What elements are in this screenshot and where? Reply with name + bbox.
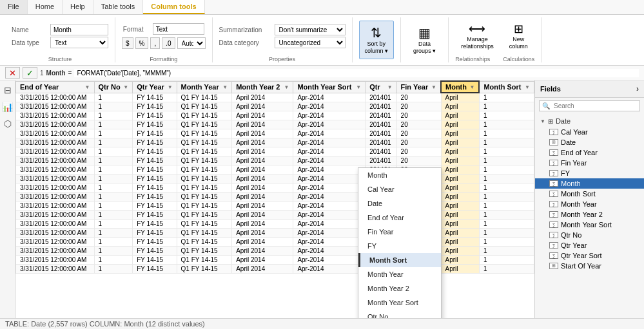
field-label: Qtr Year [561, 241, 587, 249]
dropdown-item-month-year[interactable]: Month Year [358, 267, 441, 281]
col-header-month-year[interactable]: Month Year▼ [177, 81, 232, 93]
sort-by-column-btn[interactable]: ⇅ Sort bycolumn ▾ [359, 21, 395, 59]
dropdown-item-month-year-2[interactable]: Month Year 2 [358, 281, 441, 296]
field-item-qtr-year-sort[interactable]: ∑Qtr Year Sort [535, 250, 644, 261]
col-header-qtr-no[interactable]: Qtr No▼ [94, 81, 133, 93]
table-row: 3/31/2015 12:00:00 AM1FY 14-15Q1 FY 14-1… [16, 129, 534, 138]
tab-home[interactable]: Home [28, 0, 63, 14]
percent-btn[interactable]: % [135, 37, 149, 49]
field-type-icon: ∑ [549, 232, 558, 238]
col-header-month-sort[interactable]: Month Sort▼ [479, 81, 534, 93]
dropdown-item-end-of-year[interactable]: End of Year [358, 211, 441, 225]
table-row: 3/31/2015 12:00:00 AM1FY 14-15Q1 FY 14-1… [16, 120, 534, 129]
new-column-icon: ⊞ [514, 22, 523, 36]
table-row: 3/31/2015 12:00:00 AM1FY 14-15Q1 FY 14-1… [16, 229, 534, 238]
data-groups-btn[interactable]: ▦ Datagroups ▾ [407, 21, 442, 59]
table-row: 3/31/2015 12:00:00 AM1FY 14-15Q1 FY 14-1… [16, 93, 534, 102]
col-header-month[interactable]: Month▼ [441, 81, 479, 93]
field-item-fy[interactable]: ∑FY [535, 168, 644, 178]
col-header-qtr-year[interactable]: Qtr Year▼ [133, 81, 177, 93]
field-item-month-year[interactable]: ∑Month Year [535, 199, 644, 209]
field-item-month-year-sort[interactable]: ∑Month Year Sort [535, 220, 644, 230]
col-header-fin-year[interactable]: Fin Year▼ [396, 81, 441, 93]
dropdown-item-qtr-no[interactable]: Qtr No [358, 310, 441, 318]
table-view-icon[interactable]: ⊟ [2, 83, 14, 97]
new-column-btn[interactable]: ⊞ Newcolumn [503, 19, 534, 53]
formula-equals: = [68, 70, 72, 77]
field-item-month[interactable]: ∑Month [535, 178, 644, 189]
col-header-month-year-2[interactable]: Month Year 2▼ [232, 81, 293, 93]
field-type-icon: ∑ [549, 242, 558, 249]
field-item-month-year-2[interactable]: ∑Month Year 2 [535, 209, 644, 220]
data-category-select[interactable]: Uncategorized [275, 37, 346, 48]
tab-help[interactable]: Help [63, 0, 93, 14]
ribbon-group-structure: Name Data type Text Structure [5, 17, 115, 62]
tab-file[interactable]: File [0, 0, 28, 14]
col-header-month-year-sort[interactable]: Month Year Sort▼ [293, 81, 366, 93]
table-area: End of Year▼ Qtr No▼ Qtr Year▼ Month Yea… [15, 80, 534, 318]
field-label: Month Year [561, 200, 597, 208]
data-groups-icon: ▦ [418, 25, 431, 41]
name-input[interactable] [50, 24, 108, 35]
dropdown-item-fin-year[interactable]: Fin Year [358, 225, 441, 239]
col-header-qtr[interactable]: Qtr▼ [366, 81, 396, 93]
ribbon-group-formatting: Format $ % , .0 Auto Formatting [115, 17, 213, 62]
field-type-icon: ∑ [549, 191, 558, 197]
chart-view-icon[interactable]: 📊 [0, 100, 15, 114]
data-groups-label: Datagroups ▾ [413, 41, 436, 55]
field-item-month-sort[interactable]: ∑Month Sort [535, 189, 644, 199]
table-row: 3/31/2015 12:00:00 AM1FY 14-15Q1 FY 14-1… [16, 247, 534, 256]
col-header-end-of-year[interactable]: End of Year▼ [16, 81, 95, 93]
ribbon-group-relationships: ⟷ Managerelationships ⊞ Newcolumn Relati… [449, 17, 542, 62]
field-item-end-of-year[interactable]: ∑End of Year [535, 147, 644, 158]
dec-increase-btn[interactable]: .0 [162, 37, 175, 49]
sort-dropdown-menu: MonthCal YearDateEnd of YearFin YearFYMo… [358, 167, 442, 318]
field-item-fin-year[interactable]: ∑Fin Year [535, 158, 644, 168]
field-item-date[interactable]: ⊞Date [535, 137, 644, 147]
field-item-start-of-year[interactable]: ⊞Start Of Year [535, 261, 644, 271]
dropdown-item-date[interactable]: Date [358, 196, 441, 211]
group-table-icon: ⊞ [548, 118, 553, 125]
tab-column-tools[interactable]: Column tools [143, 0, 204, 14]
fields-panel-toggle[interactable]: › [636, 84, 639, 93]
field-label: Qtr No [561, 231, 581, 239]
fields-title: Fields [540, 85, 561, 93]
field-label: Qtr Year Sort [561, 252, 602, 259]
field-type-icon: ∑ [549, 221, 558, 228]
fields-search-box[interactable]: 🔍 [539, 100, 640, 111]
field-label: End of Year [561, 149, 598, 156]
formula-cancel-btn[interactable]: ✕ [5, 67, 20, 79]
formula-confirm-btn[interactable]: ✓ [23, 67, 37, 79]
table-row: 3/31/2015 12:00:00 AM1FY 14-15Q1 FY 14-1… [16, 111, 534, 120]
field-group-date[interactable]: ▼⊞ Date [535, 115, 644, 127]
summarization-select[interactable]: Don't summarize [275, 24, 346, 35]
fields-panel-header: Fields › [535, 80, 644, 98]
dropdown-item-month-sort[interactable]: Month Sort [358, 253, 441, 267]
dropdown-item-cal-year[interactable]: Cal Year [358, 182, 441, 196]
field-item-qtr-year[interactable]: ∑Qtr Year [535, 240, 644, 250]
data-table: End of Year▼ Qtr No▼ Qtr Year▼ Month Yea… [15, 80, 534, 274]
table-row: 3/31/2015 12:00:00 AM1FY 14-15Q1 FY 14-1… [16, 238, 534, 247]
field-item-cal-year[interactable]: ∑Cal Year [535, 127, 644, 137]
dropdown-item-month-year-sort[interactable]: Month Year Sort [358, 296, 441, 310]
left-panel: ⊟ 📊 ⬡ [0, 80, 15, 318]
field-label: FY [561, 169, 570, 177]
dropdown-item-month[interactable]: Month [358, 168, 441, 182]
dropdown-item-fy[interactable]: FY [358, 239, 441, 253]
field-type-icon: ∑ [549, 201, 558, 207]
model-view-icon[interactable]: ⬡ [2, 117, 14, 131]
format-input[interactable] [153, 23, 204, 35]
currency-btn[interactable]: $ [122, 37, 133, 49]
manage-relationships-icon: ⟷ [469, 22, 485, 36]
tab-table-tools[interactable]: Table tools [93, 0, 144, 14]
comma-btn[interactable]: , [150, 37, 160, 49]
field-label: Month Year 2 [561, 211, 603, 218]
auto-select[interactable]: Auto [177, 37, 206, 49]
field-type-icon: ⊞ [549, 263, 558, 269]
formula-input[interactable] [74, 69, 639, 77]
ribbon-group-sort: ⇅ Sort bycolumn ▾ [353, 17, 402, 62]
field-item-qtr-no[interactable]: ∑Qtr No [535, 230, 644, 240]
manage-relationships-btn[interactable]: ⟷ Managerelationships [455, 19, 500, 53]
data-type-select[interactable]: Text [50, 37, 108, 48]
fields-search-input[interactable] [552, 101, 639, 111]
